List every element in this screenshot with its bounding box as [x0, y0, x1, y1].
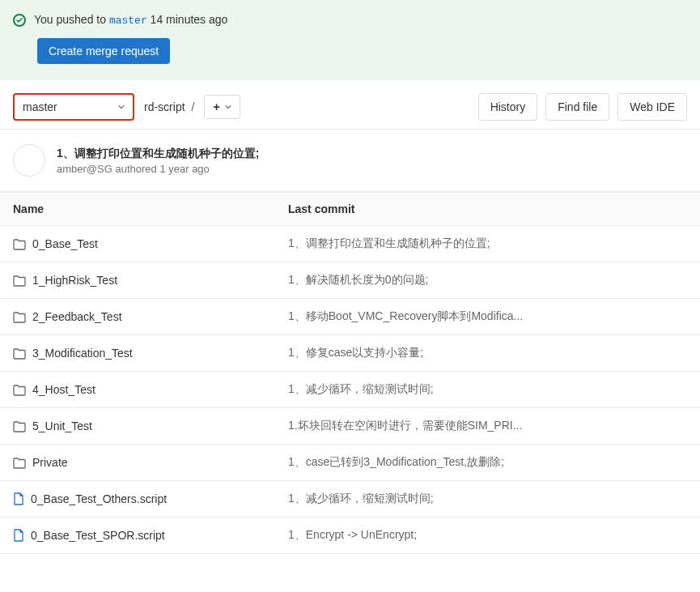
- history-button[interactable]: History: [478, 93, 538, 121]
- file-name-cell: 1_HighRisk_Test: [0, 262, 275, 299]
- file-name-cell: 0_Base_Test: [0, 226, 275, 262]
- check-circle-icon: [13, 14, 26, 27]
- file-icon: [13, 529, 24, 542]
- file-name[interactable]: 5_Unit_Test: [32, 420, 92, 432]
- latest-commit-header: 1、调整打印位置和生成随机种子的位置; amber@SG authored 1 …: [0, 129, 700, 192]
- last-commit-cell[interactable]: 1、减少循环，缩短测试时间;: [275, 372, 700, 408]
- commit-author: amber@SG: [57, 163, 112, 175]
- breadcrumb-separator: /: [192, 100, 195, 113]
- last-commit-cell[interactable]: 1.坏块回转在空闲时进行，需要使能SIM_PRI...: [275, 408, 700, 445]
- repository-nav: master rd-script / + History Find file W…: [0, 80, 700, 129]
- nav-right: History Find file Web IDE: [478, 93, 687, 121]
- file-name-cell: 5_Unit_Test: [0, 408, 275, 445]
- branch-selector-label: master: [23, 100, 57, 113]
- file-name-cell: Private: [0, 445, 275, 481]
- table-row: 4_Host_Test1、减少循环，缩短测试时间;: [0, 372, 700, 408]
- alert-text: You pushed to master 14 minutes ago: [34, 13, 227, 27]
- folder-icon: [13, 348, 26, 359]
- chevron-down-icon: [118, 104, 125, 110]
- file-name[interactable]: 4_Host_Test: [32, 383, 95, 396]
- table-row: 1_HighRisk_Test1、解决随机长度为0的问题;: [0, 262, 700, 299]
- folder-icon: [13, 312, 26, 322]
- last-commit-cell[interactable]: 1、移动Boot_VMC_Recovery脚本到Modifica...: [275, 299, 700, 335]
- file-name[interactable]: 0_Base_Test_SPOR.script: [31, 529, 165, 542]
- table-row: 0_Base_Test1、调整打印位置和生成随机种子的位置;: [0, 226, 700, 262]
- folder-icon: [13, 458, 26, 468]
- add-dropdown-button[interactable]: +: [204, 95, 240, 119]
- file-table: Name Last commit 0_Base_Test1、调整打印位置和生成随…: [0, 192, 700, 554]
- create-merge-request-button[interactable]: Create merge request: [37, 38, 170, 64]
- file-name[interactable]: 0_Base_Test: [32, 237, 98, 250]
- file-name-cell: 0_Base_Test_Others.script: [0, 481, 275, 517]
- last-commit-cell[interactable]: 1、减少循环，缩短测试时间;: [275, 481, 700, 517]
- last-commit-cell[interactable]: 1、解决随机长度为0的问题;: [275, 262, 700, 299]
- folder-icon: [13, 239, 26, 249]
- file-icon: [13, 492, 24, 505]
- file-name-cell: 2_Feedback_Test: [0, 299, 275, 335]
- folder-icon: [13, 275, 26, 286]
- table-row: 0_Base_Test_Others.script1、减少循环，缩短测试时间;: [0, 481, 700, 517]
- folder-icon: [13, 385, 26, 395]
- alert-text-prefix: You pushed to: [34, 13, 109, 26]
- find-file-button[interactable]: Find file: [545, 93, 609, 121]
- file-name[interactable]: 3_Modification_Test: [32, 347, 133, 360]
- alert-text-suffix: 14 minutes ago: [147, 13, 228, 26]
- last-commit-cell[interactable]: 1、修复case以支持小容量;: [275, 335, 700, 372]
- file-name[interactable]: 0_Base_Test_Others.script: [31, 492, 167, 505]
- avatar[interactable]: [13, 144, 45, 177]
- push-alert-banner: You pushed to master 14 minutes ago Crea…: [0, 0, 700, 80]
- file-name[interactable]: 1_HighRisk_Test: [32, 274, 117, 287]
- last-commit-cell[interactable]: 1、调整打印位置和生成随机种子的位置;: [275, 226, 700, 262]
- file-name[interactable]: Private: [32, 456, 68, 469]
- alert-message-row: You pushed to master 14 minutes ago: [13, 13, 687, 27]
- commit-meta: amber@SG authored 1 year ago: [57, 163, 259, 175]
- table-row: Private1、case已转到3_Modification_Test,故删除;: [0, 445, 700, 481]
- last-commit-cell[interactable]: 1、case已转到3_Modification_Test,故删除;: [275, 445, 700, 481]
- branch-selector[interactable]: master: [13, 93, 134, 121]
- commit-message[interactable]: 1、调整打印位置和生成随机种子的位置;: [57, 147, 259, 161]
- table-row: 3_Modification_Test1、修复case以支持小容量;: [0, 335, 700, 372]
- column-header-name: Name: [0, 193, 275, 226]
- table-row: 5_Unit_Test1.坏块回转在空闲时进行，需要使能SIM_PRI...: [0, 408, 700, 445]
- last-commit-cell[interactable]: 1、Encrypt -> UnEncrypt;: [275, 517, 700, 554]
- column-header-last-commit: Last commit: [275, 193, 700, 226]
- breadcrumb-root[interactable]: rd-script: [144, 100, 185, 113]
- web-ide-button[interactable]: Web IDE: [617, 93, 687, 121]
- folder-icon: [13, 421, 26, 432]
- commit-meta-text: authored 1 year ago: [115, 163, 209, 175]
- alert-branch-name[interactable]: master: [109, 15, 147, 27]
- commit-info: 1、调整打印位置和生成随机种子的位置; amber@SG authored 1 …: [57, 147, 259, 175]
- file-name-cell: 4_Host_Test: [0, 372, 275, 408]
- file-name-cell: 0_Base_Test_SPOR.script: [0, 517, 275, 554]
- chevron-down-icon: [225, 104, 231, 110]
- plus-icon: +: [213, 101, 219, 113]
- nav-left: master rd-script / +: [13, 93, 240, 121]
- table-row: 2_Feedback_Test1、移动Boot_VMC_Recovery脚本到M…: [0, 299, 700, 335]
- file-name-cell: 3_Modification_Test: [0, 335, 275, 372]
- breadcrumb: rd-script /: [144, 100, 194, 113]
- table-row: 0_Base_Test_SPOR.script1、Encrypt -> UnEn…: [0, 517, 700, 554]
- file-name[interactable]: 2_Feedback_Test: [32, 310, 122, 323]
